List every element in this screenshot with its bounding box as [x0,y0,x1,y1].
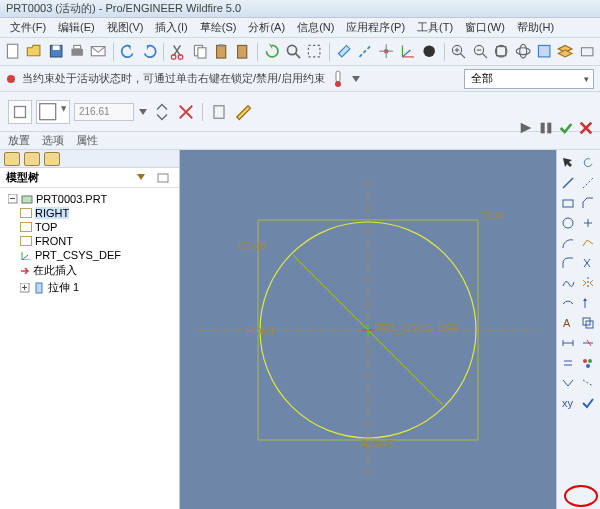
trim-tool[interactable] [579,254,597,272]
zoom-in-button[interactable] [449,42,467,62]
depth-input[interactable] [74,103,134,121]
front-label: FONT [246,325,276,337]
move-tool[interactable] [579,374,597,392]
extra-button[interactable] [578,42,596,62]
mirror-tool[interactable] [579,274,597,292]
sketch-button[interactable] [233,102,253,122]
menu-file[interactable]: 文件(F) [4,18,52,37]
spin-button[interactable] [514,42,532,62]
ref-dim-tool[interactable] [559,374,577,392]
datum-point-button[interactable] [377,42,395,62]
tree-item-top[interactable]: TOP [2,220,177,234]
tree-show-button[interactable] [153,168,173,188]
rectangle-tool[interactable] [559,194,577,212]
point-tool[interactable] [579,214,597,232]
arc-tool[interactable] [559,234,577,252]
remove-mat-button[interactable] [176,102,196,122]
menu-window[interactable]: 窗口(W) [459,18,511,37]
cut-button[interactable] [169,42,187,62]
save-button[interactable] [47,42,65,62]
undo-sketch[interactable] [579,154,597,172]
depth-dropdown-icon[interactable] [138,107,148,117]
tree-root[interactable]: PRT0003.PRT [2,192,177,206]
apply-check-button[interactable] [558,120,574,136]
select-button[interactable] [305,42,323,62]
tree-item-extrude[interactable]: 拉伸 1 [2,279,177,296]
flip-button[interactable] [152,102,172,122]
redo-button[interactable] [140,42,158,62]
copy-button[interactable] [191,42,209,62]
paste-special-button[interactable] [233,42,251,62]
main-area: 模型树 PRT0003.PRT RIGHT TOP FRONT [0,150,600,509]
new-button[interactable] [4,42,22,62]
email-button[interactable] [89,42,107,62]
graphics-viewport[interactable]: 50.00 TOP FONT PRT_CSYS_DEF RIGHT [180,150,556,509]
tab-properties[interactable]: 属性 [76,133,98,148]
svg-rect-2 [52,46,59,51]
search-button[interactable] [284,42,302,62]
fillet-tool[interactable] [559,254,577,272]
regen-button[interactable] [263,42,281,62]
thin-button[interactable] [209,102,229,122]
csys-label: PRT_CSYS_DEF [374,322,460,334]
play-button[interactable] [518,120,534,136]
text-tool[interactable]: A [559,314,577,332]
menu-tools[interactable]: 工具(T) [411,18,459,37]
menu-view[interactable]: 视图(V) [101,18,150,37]
open-button[interactable] [25,42,43,62]
modify-tool[interactable] [579,294,597,312]
tree-settings-button[interactable] [131,168,151,188]
tree-title: 模型树 [6,170,39,185]
offset-tool[interactable] [579,314,597,332]
extrude-type-button[interactable] [36,100,70,124]
delete-seg-tool[interactable] [579,334,597,352]
tree-item-front[interactable]: FRONT [2,234,177,248]
menu-analysis[interactable]: 分析(A) [242,18,291,37]
spline-tool[interactable] [559,274,577,292]
saved-views-button[interactable] [535,42,553,62]
tree-item-right[interactable]: RIGHT [2,206,177,220]
menu-help[interactable]: 帮助(H) [511,18,560,37]
tree-tab-1[interactable] [4,152,20,166]
select-tool[interactable] [559,154,577,172]
zoom-out-button[interactable] [471,42,489,62]
svg-rect-38 [336,71,340,82]
filter-dropdown[interactable]: 全部 [464,69,594,89]
menu-sketch[interactable]: 草绘(S) [194,18,243,37]
datum-plane-button[interactable] [335,42,353,62]
constraint-tool[interactable] [559,294,577,312]
tree-item-insert[interactable]: 在此插入 [2,262,177,279]
pause-button[interactable] [538,120,554,136]
layers-button[interactable] [556,42,574,62]
use-edge-tool[interactable] [579,234,597,252]
tree-tab-3[interactable] [44,152,60,166]
extrude-direction-button[interactable] [8,100,32,124]
tab-options[interactable]: 选项 [42,133,64,148]
done-check-button[interactable] [579,394,597,412]
undo-button[interactable] [119,42,137,62]
line-tool[interactable] [559,174,577,192]
menu-app[interactable]: 应用程序(P) [340,18,411,37]
circle-tool[interactable] [559,214,577,232]
coord-tool[interactable]: xy [559,394,577,412]
dropdown-icon[interactable] [351,74,361,84]
refit-button[interactable] [492,42,510,62]
datum-csys-button[interactable] [399,42,417,62]
tree-tab-2[interactable] [24,152,40,166]
centerline-tool[interactable] [579,174,597,192]
svg-rect-45 [158,174,168,182]
paste-button[interactable] [212,42,230,62]
datum-axis-button[interactable] [356,42,374,62]
menu-insert[interactable]: 插入(I) [149,18,193,37]
cancel-x-button[interactable] [578,120,594,136]
palette-tool[interactable] [579,354,597,372]
tree-item-csys[interactable]: PRT_CSYS_DEF [2,248,177,262]
shading-button[interactable] [420,42,438,62]
menu-edit[interactable]: 编辑(E) [52,18,101,37]
equal-tool[interactable] [559,354,577,372]
chamfer-tool[interactable] [579,194,597,212]
dimension-tool[interactable] [559,334,577,352]
menu-info[interactable]: 信息(N) [291,18,340,37]
print-button[interactable] [68,42,86,62]
tab-placement[interactable]: 放置 [8,133,30,148]
